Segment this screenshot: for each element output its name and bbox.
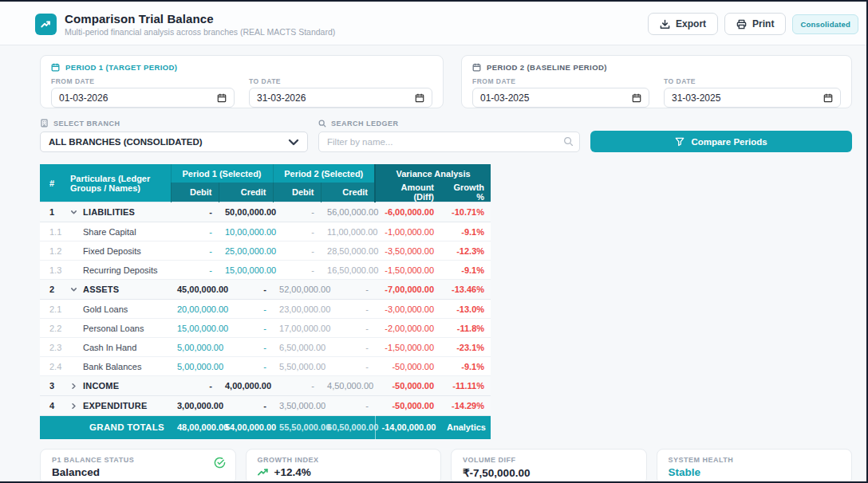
ledger-group-row[interactable]: 3INCOME-4,00,000.00-4,50,000.00-50,000.0…: [40, 376, 491, 396]
p2-credit-cell: -: [321, 338, 375, 357]
branch-select[interactable]: ALL BRANCHES (CONSOLIDATED): [40, 132, 308, 152]
p1-credit-cell: 50,00,000.00: [219, 202, 273, 222]
amount-diff-cell: -7,00,000.00: [375, 280, 440, 300]
analytics-link[interactable]: Analytics: [440, 416, 491, 439]
p2-credit-cell: -: [321, 357, 375, 376]
column-group-period2: Period 2 (Selected): [273, 164, 375, 183]
branch-label: SELECT BRANCH: [53, 120, 120, 128]
period2-to-date-input[interactable]: 31-03-2025: [664, 88, 841, 108]
row-number: 2.2: [40, 319, 64, 338]
search-input[interactable]: [318, 132, 580, 152]
p2-credit-cell: 16,50,000.00: [321, 261, 375, 280]
calendar-icon: [51, 63, 60, 72]
print-button[interactable]: Print: [724, 13, 786, 35]
card-label: GROWTH INDEX: [258, 456, 430, 464]
filters-section: PERIOD 1 (TARGET PERIOD) FROM DATE 01-03…: [0, 45, 866, 152]
period2-panel: PERIOD 2 (BASELINE PERIOD) FROM DATE 01-…: [461, 55, 852, 108]
growth-cell: -9.1%: [440, 357, 491, 376]
chevron-down-icon[interactable]: [70, 209, 77, 216]
ledger-group-row[interactable]: 2ASSETS45,00,000.00-52,00,000.00--7,00,0…: [40, 280, 491, 300]
trend-up-icon: [258, 468, 269, 477]
chevron-right-icon[interactable]: [70, 402, 77, 410]
period1-label: PERIOD 1 (TARGET PERIOD): [65, 63, 177, 72]
period2-from-date-input[interactable]: 01-03-2025: [472, 88, 649, 108]
calendar-icon: [415, 93, 424, 103]
growth-cell: -13.0%: [440, 300, 491, 319]
amount-diff-cell: -50,000.00: [375, 357, 440, 376]
column-header-growth: Growth %: [440, 183, 491, 202]
ledger-group-row[interactable]: 4EXPENDITURE3,00,000.00-3,50,000.00--50,…: [40, 396, 491, 416]
p1-debit-cell: 45,00,000.00: [171, 280, 219, 300]
row-number: 2.3: [40, 338, 64, 357]
p2-debit-cell: -: [273, 202, 321, 222]
balance-status-card: P1 BALANCE STATUS Balanced: [40, 449, 236, 483]
p2-debit-cell: 23,00,000.00: [273, 300, 321, 319]
card-label: P1 BALANCE STATUS: [52, 456, 224, 464]
p2-debit-cell: -: [273, 242, 321, 261]
column-header-p1-debit: Debit: [171, 183, 219, 202]
particulars-cell: Share Capital: [64, 222, 171, 242]
check-circle-icon: [214, 457, 226, 469]
period2-label: PERIOD 2 (BASELINE PERIOD): [487, 63, 607, 72]
p1-debit-cell: 5,00,000.00: [171, 357, 219, 376]
period1-from-date-input[interactable]: 01-03-2026: [51, 88, 235, 108]
status-cards: P1 BALANCE STATUS Balanced GROWTH INDEX …: [40, 449, 852, 483]
volume-diff-value: ₹-7,50,000.00: [463, 466, 635, 479]
row-number: 2: [40, 280, 64, 300]
volume-diff-card: VOLUME DIFF ₹-7,50,000.00: [451, 449, 647, 483]
growth-cell: -14.29%: [440, 396, 491, 416]
p2-debit-cell: -: [273, 222, 321, 242]
from-date-label: FROM DATE: [51, 77, 235, 85]
ledger-group-row[interactable]: 1LIABILITIES-50,00,000.00-56,00,000.00-6…: [40, 202, 491, 222]
ledger-name: Bank Balances: [83, 362, 141, 371]
grand-total-p2-credit: 60,50,000.00: [321, 416, 375, 439]
p1-credit-cell: -: [219, 396, 273, 416]
compare-periods-button[interactable]: Compare Periods: [590, 131, 852, 152]
system-health-card: SYSTEM HEALTH Stable: [657, 449, 853, 483]
p1-debit-cell: -: [171, 242, 219, 261]
p1-credit-cell: 4,00,000.00: [219, 376, 273, 396]
calendar-icon: [632, 93, 641, 103]
chevron-right-icon[interactable]: [70, 383, 77, 390]
amount-diff-cell: -3,50,000.00: [375, 242, 440, 261]
download-icon: [660, 19, 670, 29]
amount-diff-cell: -50,000.00: [375, 396, 440, 416]
amount-diff-cell: -50,000.00: [375, 376, 440, 396]
p2-credit-cell: 4,50,000.00: [321, 376, 375, 396]
growth-cell: -11.11%: [440, 376, 491, 396]
p2-credit-cell: 11,00,000.00: [321, 222, 375, 242]
growth-cell: -9.1%: [440, 261, 491, 280]
growth-cell: -23.1%: [440, 338, 491, 357]
p2-debit-cell: 3,50,000.00: [273, 396, 321, 416]
p2-debit-cell: 6,50,000.00: [273, 338, 321, 357]
table-body: 1LIABILITIES-50,00,000.00-56,00,000.00-6…: [40, 202, 491, 416]
ledger-name: Personal Loans: [83, 324, 144, 333]
amount-diff-cell: -6,00,000.00: [375, 202, 440, 222]
balance-status-value: Balanced: [52, 466, 224, 478]
ledger-name: Recurring Deposits: [83, 265, 158, 275]
particulars-cell: LIABILITIES: [64, 202, 171, 222]
grand-totals-row: GRAND TOTALS 48,00,000.00 54,00,000.00 5…: [40, 416, 491, 439]
ledger-sub-row: 2.2Personal Loans15,00,000.00-17,00,000.…: [40, 319, 491, 338]
column-header-amount-diff: Amount (Diff): [375, 183, 440, 202]
growth-index-card: GROWTH INDEX +12.4%: [246, 449, 442, 483]
p1-debit-cell: 5,00,000.00: [171, 338, 219, 357]
funnel-icon: [675, 137, 685, 147]
particulars-cell: Gold Loans: [64, 300, 171, 319]
export-button[interactable]: Export: [648, 13, 718, 35]
p2-debit-cell: -: [273, 376, 321, 396]
system-health-value: Stable: [669, 466, 841, 478]
row-number: 1.3: [40, 261, 64, 280]
growth-cell: -10.71%: [440, 202, 491, 222]
ledger-name: Cash In Hand: [83, 343, 136, 352]
chevron-down-icon[interactable]: [70, 286, 77, 293]
to-date-label: TO DATE: [249, 77, 432, 85]
amount-diff-cell: -2,00,000.00: [375, 319, 440, 338]
amount-diff-cell: -1,50,000.00: [375, 338, 440, 357]
period1-to-date-input[interactable]: 31-03-2026: [249, 88, 432, 108]
ledger-name: Gold Loans: [83, 304, 128, 314]
row-number: 1.2: [40, 242, 64, 261]
card-label: VOLUME DIFF: [463, 456, 635, 464]
column-header-p1-credit: Credit: [219, 183, 273, 202]
calendar-icon: [823, 93, 833, 103]
